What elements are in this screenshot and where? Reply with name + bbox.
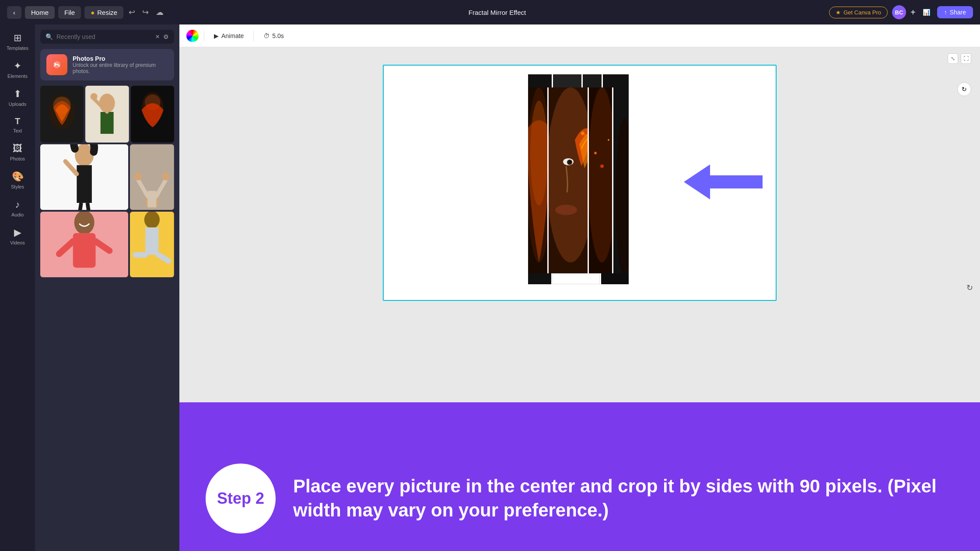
sidebar-item-styles[interactable]: 🎨 Styles (2, 167, 33, 194)
canvas-area: ▶ Animate ⏱ 5.0s ↻ ⤡ ⛶ ↻ (179, 24, 980, 551)
topbar: ‹ Home File ● Resize ↩ ↪ ☁ Fractal Mirro… (0, 0, 980, 24)
fractal-main-image (528, 87, 629, 274)
add-collaborator-button[interactable]: + (910, 7, 916, 17)
photo-row (40, 144, 174, 210)
canvas-design[interactable] (383, 65, 777, 301)
fractal-strip-top (528, 74, 629, 87)
photo-thumb[interactable] (130, 144, 174, 210)
bottom-content: Step 2 Place every picture in the center… (179, 450, 980, 551)
expand-button[interactable]: ⤡ (948, 53, 958, 64)
photo-thumb[interactable] (40, 86, 84, 143)
get-pro-button[interactable]: ★ Get Canva Pro (829, 7, 888, 18)
color-wheel[interactable] (186, 30, 199, 42)
photos-pro-banner[interactable]: Photos Pro Unlock our entire library of … (40, 49, 174, 80)
photo-row (40, 212, 174, 277)
sidebar-label-videos: Videos (10, 240, 24, 245)
svg-marker-58 (684, 164, 763, 199)
canvas-refresh-button[interactable]: ↻ (957, 82, 971, 96)
cloud-save-button[interactable]: ☁ (154, 6, 165, 19)
analytics-button[interactable]: 📊 (920, 6, 933, 18)
svg-point-44 (569, 160, 571, 163)
sidebar-item-photos[interactable]: 🖼 Photos (2, 139, 33, 166)
wave-decoration (179, 401, 980, 436)
sidebar-label-uploads: Uploads (9, 101, 26, 107)
svg-point-33 (144, 212, 160, 229)
sidebar-item-text[interactable]: T Text (2, 112, 33, 138)
toolbar-divider-2 (253, 31, 254, 41)
animate-button[interactable]: ▶ Animate (210, 30, 248, 42)
undo-button[interactable]: ↩ (127, 6, 137, 19)
elements-icon: ✦ (14, 60, 21, 72)
topbar-right: ★ Get Canva Pro BC + 📊 ↑ Share (829, 5, 973, 19)
avatar-button[interactable]: BC (892, 5, 906, 19)
sidebar-label-audio: Audio (11, 212, 24, 217)
topbar-center: Fractal Mirror Effect (171, 9, 824, 16)
step-description: Place every picture in the center and cr… (293, 474, 954, 522)
canvas-toolbar: ▶ Animate ⏱ 5.0s ↻ (179, 24, 980, 47)
photo-thumb[interactable] (85, 86, 129, 143)
sidebar-item-videos[interactable]: ▶ Videos (2, 223, 33, 250)
svg-point-51 (589, 87, 612, 262)
icon-sidebar: ⊞ Templates ✦ Elements ⬆ Uploads T Text … (0, 24, 35, 551)
svg-rect-29 (73, 233, 96, 268)
photo-thumb[interactable] (130, 212, 174, 277)
sidebar-item-templates[interactable]: ⊞ Templates (2, 28, 33, 55)
star-icon: ★ (836, 9, 841, 16)
fractal-image-container[interactable] (528, 74, 629, 284)
svg-point-53 (608, 139, 609, 141)
sidebar-item-audio[interactable]: ♪ Audio (2, 195, 33, 222)
search-bar: 🔍 ✕ ⚙ (40, 30, 174, 44)
svg-point-46 (584, 134, 587, 137)
arrow-element[interactable] (684, 164, 763, 201)
clear-icon[interactable]: ✕ (155, 34, 160, 40)
filter-icon[interactable]: ⚙ (163, 33, 169, 40)
sidebar-label-text: Text (13, 128, 22, 133)
toolbar-divider (204, 31, 204, 41)
videos-icon: ▶ (14, 227, 21, 238)
panel-toggle-button[interactable]: ◀ (178, 279, 179, 296)
text-icon: T (15, 116, 20, 126)
back-button[interactable]: ‹ (7, 6, 21, 19)
photo-thumb[interactable] (40, 212, 128, 277)
styles-icon: 🎨 (12, 171, 24, 182)
sidebar-label-elements: Elements (7, 73, 28, 79)
photos-pro-icon (46, 54, 67, 75)
step-number: Step 2 (217, 489, 264, 508)
canvas-corner-controls: ⤡ ⛶ (948, 53, 971, 64)
photos-pro-text: Photos Pro Unlock our entire library of … (73, 55, 168, 74)
search-icon: 🔍 (46, 33, 53, 40)
topbar-left: ‹ Home File ● Resize ↩ ↪ ☁ (7, 6, 165, 19)
photo-thumb[interactable] (131, 86, 174, 143)
sidebar-item-uploads[interactable]: ⬆ Uploads (2, 84, 33, 111)
canvas-refresh-controls: ↻ (957, 82, 971, 96)
svg-point-2 (54, 63, 56, 65)
photos-pro-title: Photos Pro (73, 55, 168, 62)
search-input[interactable] (56, 33, 152, 40)
animate-icon: ▶ (214, 32, 219, 39)
uploads-icon: ⬆ (14, 88, 21, 100)
svg-point-54 (600, 164, 604, 168)
clock-icon: ⏱ (263, 32, 270, 39)
share-button[interactable]: ↑ Share (937, 6, 973, 18)
fullscreen-button[interactable]: ⛶ (961, 53, 971, 64)
resize-button[interactable]: ● Resize (84, 6, 123, 19)
timer-button[interactable]: ⏱ 5.0s (259, 30, 288, 42)
sidebar-label-styles: Styles (11, 184, 24, 189)
canvas-wrapper: ⤡ ⛶ ↻ (179, 47, 980, 402)
redo-button[interactable]: ↪ (140, 6, 150, 19)
home-button[interactable]: Home (25, 6, 55, 19)
photo-row (40, 86, 174, 143)
svg-point-25 (134, 173, 142, 181)
audio-icon: ♪ (15, 199, 20, 210)
svg-rect-22 (148, 191, 157, 207)
svg-point-52 (594, 152, 597, 154)
file-button[interactable]: File (58, 6, 81, 19)
sidebar-label-photos: Photos (10, 156, 25, 161)
photos-pro-subtitle: Unlock our entire library of premium pho… (73, 62, 168, 74)
photo-thumb[interactable] (40, 144, 128, 210)
svg-rect-8 (101, 112, 114, 134)
sidebar-item-elements[interactable]: ✦ Elements (2, 56, 33, 83)
project-title: Fractal Mirror Effect (469, 9, 526, 16)
bottom-section: Step 2 Place every picture in the center… (179, 402, 980, 551)
photo-grid (35, 86, 179, 551)
